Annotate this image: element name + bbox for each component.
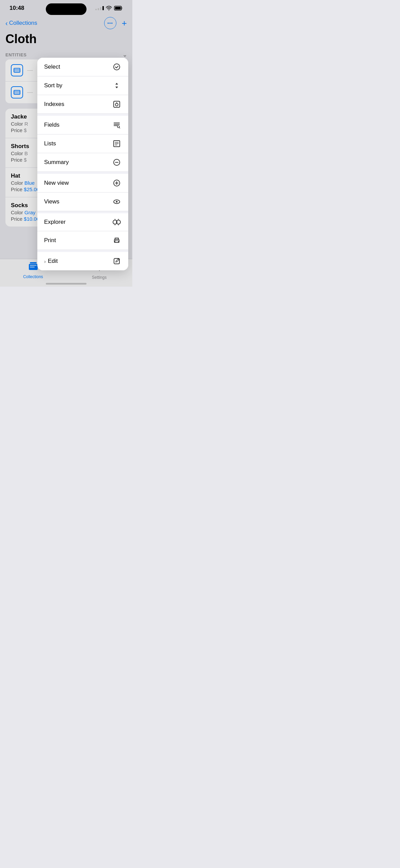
summary-icon [112,158,121,166]
print-icon [112,236,121,245]
menu-item-edit[interactable]: › Edit [37,252,128,270]
menu-item-views[interactable]: Views [37,193,128,211]
home-indicator [46,283,87,285]
fields-icon [112,121,121,129]
edit-icon [112,257,121,265]
menu-item-new-view[interactable]: New view [37,174,128,193]
explorer-icon [112,218,121,226]
svg-point-18 [116,201,118,203]
new-view-label: New view [44,180,112,186]
summary-label: Summary [44,159,112,166]
lists-label: Lists [44,140,112,147]
indexes-icon [112,100,121,108]
new-view-icon [112,179,121,187]
explorer-label: Explorer [44,219,112,225]
menu-item-summary[interactable]: Summary [37,153,128,172]
views-icon [112,198,121,206]
svg-rect-11 [114,101,120,107]
svg-point-10 [114,64,120,70]
sort-label: Sort by [44,82,112,89]
sort-icon [112,82,121,90]
edit-chevron-icon: › [44,258,46,264]
menu-item-indexes[interactable]: Indexes [37,95,128,114]
fields-label: Fields [44,122,112,128]
menu-item-sort[interactable]: Sort by [37,76,128,95]
select-label: Select [44,64,112,70]
svg-rect-22 [115,241,118,242]
svg-point-12 [115,103,118,106]
print-label: Print [44,237,112,244]
menu-item-lists[interactable]: Lists [37,134,128,153]
menu-item-fields[interactable]: Fields [37,116,128,134]
lists-icon [112,140,121,148]
select-icon [112,63,121,71]
menu-item-select[interactable]: Select [37,58,128,76]
views-label: Views [44,198,112,205]
menu-item-print[interactable]: Print [37,231,128,250]
dropdown-menu: Select Sort by Indexes Field [37,58,128,270]
menu-item-explorer[interactable]: Explorer [37,213,128,231]
svg-point-23 [115,240,116,241]
indexes-label: Indexes [44,101,112,108]
edit-label: › Edit [44,258,112,265]
